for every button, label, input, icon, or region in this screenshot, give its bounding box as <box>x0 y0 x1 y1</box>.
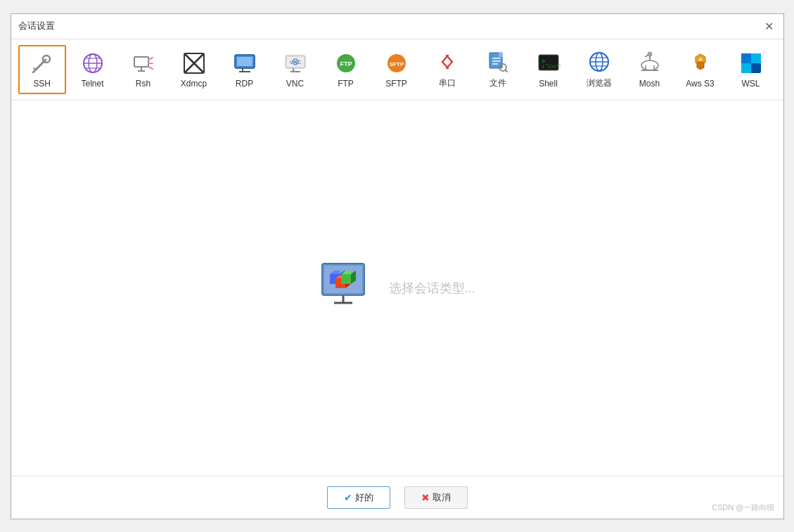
cancel-label: 取消 <box>433 491 451 504</box>
xdmcp-icon <box>181 51 207 76</box>
tab-mosh-label: Mosh <box>639 79 660 89</box>
shell-icon: >_ $ shell <box>536 51 561 76</box>
content-area: 选择会话类型... <box>11 100 783 476</box>
rdp-icon <box>232 51 257 76</box>
svg-point-54 <box>648 52 652 56</box>
tab-sftp[interactable]: SFTP SFTP <box>373 45 421 94</box>
placeholder-monitor-icon <box>319 260 375 316</box>
watermark: CSDN @一路向呗 <box>712 502 774 513</box>
vnc-icon: VNC <box>283 51 308 76</box>
ok-button[interactable]: ✔ 好的 <box>327 486 390 509</box>
dialog: 会话设置 ✕ SSH <box>11 13 784 519</box>
svg-line-3 <box>33 70 35 72</box>
tab-ssh-label: SSH <box>33 79 51 89</box>
svg-rect-63 <box>751 53 761 63</box>
tab-awss3-label: Aws S3 <box>686 79 714 89</box>
tab-browser-label: 浏览器 <box>587 77 612 89</box>
svg-rect-21 <box>237 57 252 66</box>
close-button[interactable]: ✕ <box>762 19 776 33</box>
tab-vnc-label: VNC <box>286 79 304 89</box>
tab-telnet[interactable]: Telnet <box>69 45 117 94</box>
svg-rect-65 <box>751 63 761 73</box>
svg-rect-76 <box>341 274 351 284</box>
svg-rect-62 <box>741 53 751 63</box>
svg-marker-37 <box>499 53 503 57</box>
cancel-button[interactable]: ✖ 取消 <box>404 486 468 509</box>
tab-wsl-label: WSL <box>741 79 760 89</box>
svg-point-60 <box>698 58 702 61</box>
tab-sftp-label: SFTP <box>385 79 407 89</box>
tab-rdp[interactable]: RDP <box>221 45 269 94</box>
svg-marker-59 <box>697 61 704 70</box>
sftp-icon: SFTP <box>384 51 409 76</box>
ok-icon: ✔ <box>344 492 352 503</box>
footer: ✔ 好的 ✖ 取消 <box>11 476 783 519</box>
wsl-icon <box>738 51 764 76</box>
placeholder-wrap: 选择会话类型... <box>319 260 475 316</box>
tab-telnet-label: Telnet <box>81 79 103 89</box>
tab-rsh[interactable]: Rsh <box>120 45 167 94</box>
tab-vnc[interactable]: VNC VNC <box>271 45 319 94</box>
placeholder-text: 选择会话类型... <box>389 280 475 297</box>
title-bar: 会话设置 ✕ <box>11 14 783 39</box>
svg-point-51 <box>641 60 658 70</box>
mosh-icon <box>637 51 662 76</box>
svg-rect-10 <box>134 57 148 67</box>
dialog-title: 会话设置 <box>18 20 55 32</box>
svg-text:$ shell: $ shell <box>542 64 561 70</box>
rsh-icon <box>131 51 156 76</box>
svg-text:FTP: FTP <box>340 60 352 67</box>
tab-rdp-label: RDP <box>236 79 253 89</box>
awss3-icon <box>688 51 713 76</box>
tab-ftp[interactable]: FTP FTP <box>322 45 370 94</box>
tab-shell-label: Shell <box>539 79 558 89</box>
tab-shell[interactable]: >_ $ shell Shell <box>525 45 572 94</box>
svg-line-42 <box>505 70 507 72</box>
ok-label: 好的 <box>355 491 373 504</box>
tab-ftp-label: FTP <box>338 79 354 89</box>
telnet-icon <box>80 51 105 76</box>
svg-rect-64 <box>741 63 751 73</box>
tab-wsl[interactable]: WSL <box>727 45 775 94</box>
serial-icon <box>435 49 460 74</box>
tab-browser[interactable]: 浏览器 <box>575 45 623 94</box>
file-icon <box>485 49 511 74</box>
browser-icon <box>587 49 612 74</box>
tab-file-label: 文件 <box>489 77 506 89</box>
tab-xdmcp[interactable]: Xdmcp <box>170 45 218 94</box>
svg-text:SFTP: SFTP <box>389 61 404 67</box>
session-tabs: SSH Telnet <box>11 39 783 100</box>
tab-serial[interactable]: 串口 <box>423 45 471 94</box>
cancel-icon: ✖ <box>421 492 430 503</box>
tab-ssh[interactable]: SSH <box>18 45 66 94</box>
tab-mosh[interactable]: Mosh <box>626 45 674 94</box>
svg-line-15 <box>148 67 153 69</box>
tab-serial-label: 串口 <box>439 77 456 89</box>
tab-xdmcp-label: Xdmcp <box>181 79 207 89</box>
ftp-icon: FTP <box>333 51 359 76</box>
ssh-icon <box>30 51 55 76</box>
tab-file[interactable]: 文件 <box>474 45 522 94</box>
tab-awss3[interactable]: Aws S3 <box>677 45 724 94</box>
svg-point-30 <box>294 60 296 63</box>
tab-rsh-label: Rsh <box>136 79 151 89</box>
